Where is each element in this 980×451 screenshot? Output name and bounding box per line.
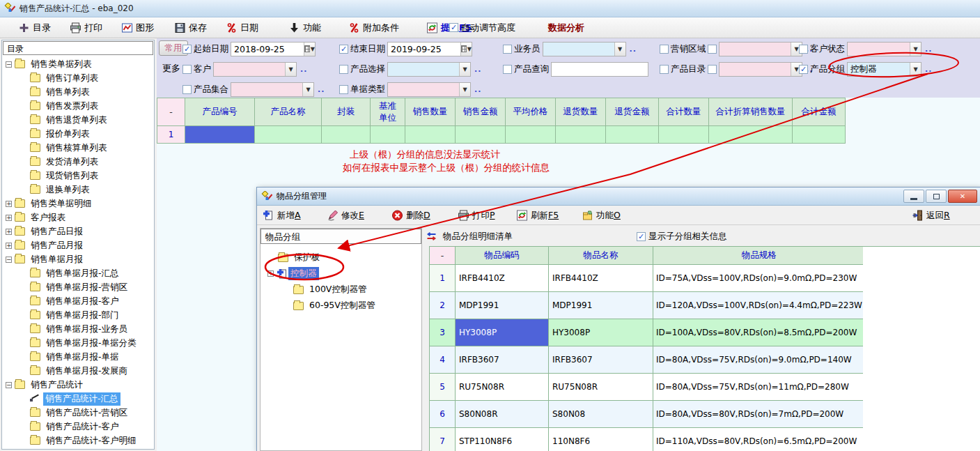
report-cell[interactable] <box>793 126 846 144</box>
filter-checkbox[interactable] <box>660 45 669 54</box>
filter-combo-blue-sm-input[interactable]: 控制器▼ <box>847 62 921 77</box>
group-item-3[interactable]: 100V控制器管 <box>262 282 420 298</box>
dialog-toolbar-3[interactable]: 删除D <box>391 208 430 223</box>
group-item-2[interactable]: +控制器 <box>262 266 420 282</box>
dialog-toolbar-6[interactable]: 功能O <box>582 208 621 223</box>
report-column-header[interactable]: 退货金额 <box>606 98 659 126</box>
filter-checkbox[interactable] <box>339 85 348 94</box>
filter-combo-pink-input[interactable]: ▼ <box>719 62 802 77</box>
sidebar-item-23[interactable]: 销售单据月报-发展商 <box>3 364 153 378</box>
detail-row-number[interactable]: 7 <box>430 428 456 451</box>
filter-combo-pink-input[interactable]: ▼ <box>231 82 314 97</box>
show-child-info-checkbox[interactable]: 显示子分组相关信息 <box>637 231 727 243</box>
report-cell[interactable] <box>659 126 709 144</box>
more-options-dots[interactable]: .. <box>925 45 932 54</box>
filter-checkbox[interactable] <box>503 45 512 54</box>
expand-icon[interactable]: + <box>6 243 12 249</box>
more-options-dots[interactable]: .. <box>474 85 481 94</box>
filter-extra-checkbox[interactable] <box>708 45 717 54</box>
detail-column-header[interactable]: 物品编码 <box>456 247 549 265</box>
filter-checkbox[interactable] <box>503 65 512 74</box>
detail-row-4[interactable]: 4IRFB3607IRFB3607ID=80A,VDss=75V,RDs(on)… <box>430 346 937 374</box>
sidebar-item-13[interactable]: +销售产品日报 <box>3 224 153 238</box>
detail-spec[interactable]: ID=80A,VDss=80V,RDs(on)=7mΩ,PD=200W <box>653 401 866 428</box>
date-dropdown-button[interactable]: ▼ <box>304 43 315 56</box>
expand-icon[interactable]: + <box>6 229 12 235</box>
filter-combo-blue-input[interactable]: ▼ <box>543 42 626 56</box>
detail-code[interactable]: IRFB4410Z <box>456 265 549 292</box>
report-column-header[interactable]: - <box>157 98 185 126</box>
sidebar-item-12[interactable]: +客户报表 <box>3 211 153 224</box>
filter-extra-checkbox[interactable] <box>708 65 717 74</box>
detail-code[interactable]: RU75N08R <box>456 374 549 401</box>
sidebar-item-2[interactable]: 销售订单列表 <box>3 71 153 85</box>
toolbar-item-4[interactable]: 保存 <box>171 20 210 36</box>
filter-checkbox[interactable] <box>660 65 669 74</box>
more-options-dots[interactable]: .. <box>318 85 325 94</box>
group-item-4[interactable]: 60-95V控制器管 <box>262 298 420 314</box>
sidebar-item-20[interactable]: 销售单据月报-业务员 <box>3 322 153 336</box>
report-column-header[interactable]: 基准单位 <box>371 98 405 126</box>
detail-name[interactable]: 110N8F6 <box>549 428 653 451</box>
detail-name[interactable]: IRFB4410Z <box>549 265 653 292</box>
detail-spec[interactable]: ID=100A,VDss=80V,RDs(on)=8.5mΩ,PD=200W <box>653 319 866 346</box>
report-cell[interactable] <box>456 126 506 144</box>
sidebar-item-8[interactable]: 发货清单列表 <box>3 155 153 169</box>
detail-name[interactable]: MDP1991 <box>549 292 653 319</box>
report-cell[interactable] <box>556 126 606 144</box>
detail-row-5[interactable]: 5RU75N08RRU75N08RID=80A,VDss=75V,RDs(on)… <box>430 374 937 401</box>
sidebar-item-21[interactable]: 销售单据月报-单据分类 <box>3 336 153 350</box>
detail-code[interactable]: HY3008P <box>456 319 549 346</box>
detail-column-header[interactable]: 物品名称 <box>549 247 653 265</box>
sidebar-item-6[interactable]: 报价单列表 <box>3 127 153 141</box>
sidebar-item-9[interactable]: 现货销售列表 <box>3 169 153 183</box>
detail-column-header[interactable]: 物品规格 <box>653 247 866 265</box>
sidebar-item-25[interactable]: 销售产品统计-汇总 <box>3 392 153 406</box>
detail-row-7[interactable]: 7STP110N8F6110N8F6ID=110A,VDss=80V,RDs(o… <box>430 428 937 451</box>
detail-spec[interactable]: ID=110A,VDss=80V,RDs(on)=6.5mΩ,PD=200W <box>653 428 866 451</box>
detail-code[interactable]: IRFB3607 <box>456 346 549 374</box>
detail-row-number[interactable]: 6 <box>430 401 456 428</box>
detail-spec[interactable]: ID=75A,VDss=100V,RDs(on)=9.0mΩ,PD=230W <box>653 265 866 292</box>
report-column-header[interactable]: 销售数量 <box>405 98 456 126</box>
filter-date-input[interactable]: 2018-09-25▼ <box>231 42 316 56</box>
report-cell[interactable] <box>709 126 793 144</box>
sidebar-item-3[interactable]: 销售单列表 <box>3 85 153 99</box>
filter-combo-pink-sm-input[interactable]: ▼ <box>847 42 921 56</box>
expand-icon[interactable]: + <box>267 270 274 277</box>
toolbar-item-6[interactable]: 功能 <box>286 20 324 36</box>
more-options-dots[interactable]: .. <box>300 65 307 74</box>
collapse-icon[interactable]: − <box>6 382 12 388</box>
report-cell[interactable] <box>255 126 322 144</box>
filter-date-input[interactable]: 2019-09-25▼ <box>387 42 472 56</box>
combo-dropdown-button[interactable]: ▼ <box>614 43 625 56</box>
toolbar-item-1[interactable]: 目录 <box>15 20 54 36</box>
toolbar-item-7[interactable]: 附加条件 <box>345 20 402 36</box>
detail-row-number[interactable]: 5 <box>430 374 456 401</box>
report-column-header[interactable]: 封装 <box>322 98 371 126</box>
data-analysis-button[interactable]: 数据分析 <box>548 22 584 34</box>
dialog-toolbar-5[interactable]: 刷新F5 <box>516 208 559 223</box>
minimize-button[interactable] <box>903 190 924 203</box>
sidebar-item-17[interactable]: 销售单据月报-营销区 <box>3 280 153 294</box>
filter-combo-pink-input[interactable]: ▼ <box>213 62 297 77</box>
combo-dropdown-button[interactable]: ▼ <box>459 83 470 96</box>
report-column-header[interactable]: 合计金额 <box>793 98 846 126</box>
combo-dropdown-button[interactable]: ▼ <box>302 83 313 96</box>
sidebar-item-22[interactable]: 销售单据月报-单据 <box>3 350 153 364</box>
show-child-info-box[interactable] <box>637 232 646 241</box>
filter-checkbox[interactable] <box>799 45 808 54</box>
detail-row-number[interactable]: 3 <box>430 319 456 346</box>
combo-dropdown-button[interactable]: ▼ <box>910 43 921 56</box>
detail-name[interactable]: IRFB3607 <box>549 346 653 374</box>
sidebar-item-10[interactable]: 退换单列表 <box>3 183 153 197</box>
toolbar-item-3[interactable]: 图形 <box>118 20 157 36</box>
expand-icon[interactable]: + <box>6 215 12 221</box>
sidebar-item-1[interactable]: −销售类单据列表 <box>3 57 153 71</box>
detail-spec[interactable]: ID=120A,VDss=100V,RDs(on)=4.4mΩ,PD=223W <box>653 292 866 319</box>
combo-dropdown-button[interactable]: ▼ <box>910 63 921 76</box>
report-column-header[interactable]: 产品名称 <box>255 98 322 126</box>
report-row-1[interactable]: 1 <box>157 126 846 144</box>
sidebar-item-4[interactable]: 销售发票列表 <box>3 99 153 113</box>
detail-row-6[interactable]: 6S80N08RS80N08ID=80A,VDss=80V,RDs(on)=7m… <box>430 401 937 428</box>
